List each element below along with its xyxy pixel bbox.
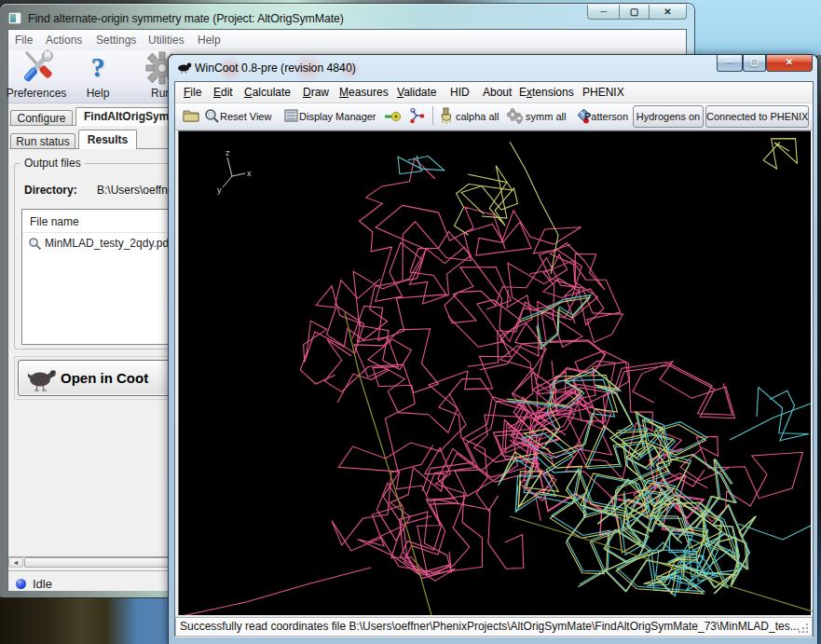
svg-text:z: z — [226, 148, 230, 158]
svg-text:x: x — [247, 169, 252, 178]
svg-text:y: y — [217, 185, 222, 195]
